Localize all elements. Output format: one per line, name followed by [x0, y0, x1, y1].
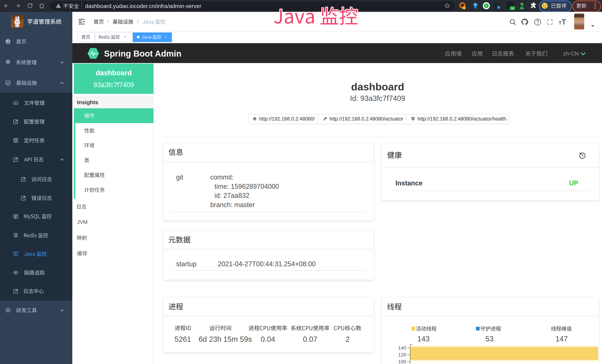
- svg-text:1: 1: [463, 7, 465, 9]
- svg-text:y: y: [485, 4, 487, 8]
- svg-text:on: on: [511, 7, 514, 10]
